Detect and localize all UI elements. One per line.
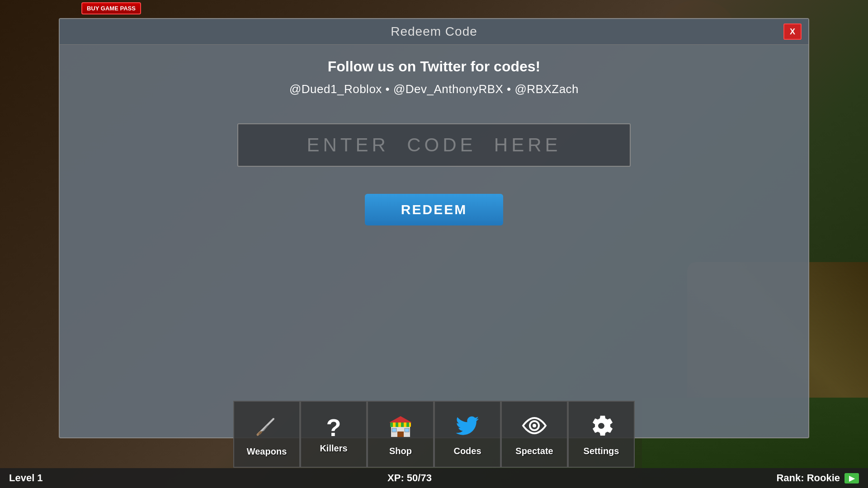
svg-rect-12 <box>392 428 396 432</box>
settings-label: Settings <box>584 446 619 456</box>
status-bar: Level 1 XP: 50/73 Rank: Rookie ▶ <box>0 468 868 488</box>
toolbar-item-shop[interactable]: Shop <box>367 401 434 468</box>
eye-icon <box>521 413 547 442</box>
rank-text: Rank: Rookie <box>776 472 840 484</box>
toolbar-item-spectate[interactable]: Spectate <box>501 401 568 468</box>
twitter-follow-text: Follow us on Twitter for codes! <box>328 58 541 75</box>
svg-rect-7 <box>396 422 398 427</box>
twitter-handles-text: @Dued1_Roblox • @Dev_AnthonyRBX • @RBXZa… <box>289 82 579 96</box>
svg-rect-8 <box>401 422 404 427</box>
xp-display: XP: 50/73 <box>387 472 432 484</box>
rank-display: Rank: Rookie ▶ <box>776 472 859 484</box>
killers-label: Killers <box>320 443 347 454</box>
weapons-label: Weapons <box>247 446 287 457</box>
buy-game-pass-button[interactable]: BUY GAME PASS <box>81 2 141 14</box>
toolbar-item-settings[interactable]: Settings <box>568 401 635 468</box>
svg-rect-6 <box>390 422 393 427</box>
codes-label: Codes <box>453 446 481 456</box>
svg-rect-11 <box>397 432 404 437</box>
bottom-toolbar: Weapons ? Killers <box>233 401 635 468</box>
twitter-icon <box>454 413 481 442</box>
svg-rect-13 <box>405 428 409 432</box>
toolbar-item-killers[interactable]: ? Killers <box>300 401 367 468</box>
question-icon: ? <box>326 415 341 440</box>
modal-title: Redeem Code <box>391 24 477 39</box>
shop-label: Shop <box>389 446 412 456</box>
shop-icon <box>387 413 414 442</box>
gear-icon <box>588 413 614 442</box>
sword-icon <box>253 412 280 443</box>
redeem-button[interactable]: REDEEM <box>365 194 503 225</box>
svg-point-16 <box>533 424 536 427</box>
toolbar-item-weapons[interactable]: Weapons <box>233 401 300 468</box>
code-input-wrapper <box>237 123 631 167</box>
rank-badge: ▶ <box>844 473 859 483</box>
spectate-label: Spectate <box>515 446 553 456</box>
modal-body: Follow us on Twitter for codes! @Dued1_R… <box>60 45 808 437</box>
svg-marker-14 <box>389 416 412 422</box>
toolbar-item-codes[interactable]: Codes <box>434 401 501 468</box>
code-input[interactable] <box>237 123 631 167</box>
redeem-code-modal: Redeem Code X Follow us on Twitter for c… <box>59 18 809 438</box>
modal-close-button[interactable]: X <box>783 23 802 40</box>
modal-title-bar: Redeem Code X <box>60 19 808 45</box>
svg-line-4 <box>259 432 261 434</box>
svg-rect-9 <box>406 422 409 427</box>
level-display: Level 1 <box>9 472 43 484</box>
